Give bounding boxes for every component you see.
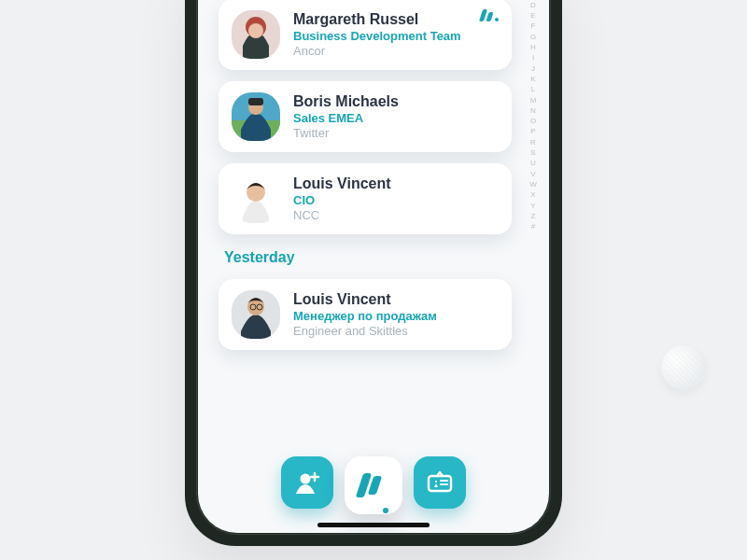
contact-company: Ancor xyxy=(293,44,499,58)
contact-role: Менеджер по продажам xyxy=(293,309,499,323)
contact-company: Twitter xyxy=(293,126,499,140)
alpha-letter[interactable]: J xyxy=(529,64,538,73)
alpha-letter[interactable]: G xyxy=(529,33,538,41)
alpha-letter[interactable]: P xyxy=(529,127,538,135)
alpha-letter[interactable]: R xyxy=(529,138,538,147)
avatar xyxy=(232,10,280,59)
contact-card[interactable]: Margareth Russel Business Development Te… xyxy=(218,0,512,70)
alpha-letter[interactable]: N xyxy=(529,106,538,115)
avatar xyxy=(232,92,280,141)
alpha-letter[interactable]: Y xyxy=(529,202,538,210)
alpha-letter[interactable]: M xyxy=(529,96,538,105)
alpha-letter[interactable]: X xyxy=(529,190,538,199)
contact-card[interactable]: Boris Michaels Sales EMEA Twitter xyxy=(218,81,512,152)
svg-rect-16 xyxy=(429,476,451,491)
contact-name: Boris Michaels xyxy=(293,93,499,110)
avatar xyxy=(232,290,280,339)
screen: Today Margareth Russel Business Developm… xyxy=(198,0,549,533)
contact-role: Sales EMEA xyxy=(293,111,499,125)
alpha-letter[interactable]: O xyxy=(529,117,538,125)
alpha-letter[interactable]: H xyxy=(529,43,538,51)
alpha-letter[interactable]: W xyxy=(529,180,538,189)
dock xyxy=(198,456,549,514)
contact-name: Louis Vincent xyxy=(293,175,499,192)
scan-card-button[interactable] xyxy=(414,456,466,509)
alpha-letter[interactable]: E xyxy=(529,11,538,20)
avatar xyxy=(232,175,280,223)
alpha-letter[interactable]: S xyxy=(529,148,538,157)
contact-card[interactable]: Louis Vincent CIO NCC xyxy=(218,163,512,234)
svg-rect-6 xyxy=(248,98,263,105)
contact-role: Business Development Team xyxy=(293,29,499,43)
alpha-letter[interactable]: I xyxy=(529,53,538,62)
business-card-icon xyxy=(425,469,455,497)
add-contact-icon xyxy=(293,469,321,497)
contacts-scroll[interactable]: Today Margareth Russel Business Developm… xyxy=(218,0,512,350)
contact-card[interactable]: Louis Vincent Менеджер по продажам Engin… xyxy=(218,279,512,350)
svg-point-13 xyxy=(301,474,311,484)
section-header-yesterday: Yesterday xyxy=(224,249,512,266)
contact-name: Margareth Russel xyxy=(293,11,499,28)
phone-inner: Today Margareth Russel Business Developm… xyxy=(196,0,551,535)
home-indicator[interactable] xyxy=(317,523,430,527)
contact-role: CIO xyxy=(293,193,499,207)
contact-company: Engineer and Skittles xyxy=(293,324,499,338)
alpha-letter[interactable]: U xyxy=(529,159,538,167)
alpha-letter[interactable]: D xyxy=(529,1,538,9)
alpha-letter[interactable]: F xyxy=(529,21,538,30)
svg-point-2 xyxy=(248,23,263,38)
alpha-letter[interactable]: V xyxy=(529,170,538,178)
alpha-letter[interactable]: # xyxy=(529,222,538,231)
contact-company: NCC xyxy=(293,208,499,222)
alpha-letter[interactable]: L xyxy=(529,85,538,93)
alpha-letter[interactable]: K xyxy=(529,75,538,83)
phone-frame: Today Margareth Russel Business Developm… xyxy=(185,0,562,546)
home-button[interactable] xyxy=(345,456,402,514)
alpha-index[interactable]: ABCDEFGHIJKLMNOPRSUVWXYZ# xyxy=(529,0,538,231)
decorative-circle xyxy=(661,345,706,390)
alpha-letter[interactable]: Z xyxy=(529,212,538,220)
add-contact-button[interactable] xyxy=(281,456,333,509)
contact-name: Louis Vincent xyxy=(293,291,499,308)
brand-logo-icon xyxy=(481,8,499,21)
